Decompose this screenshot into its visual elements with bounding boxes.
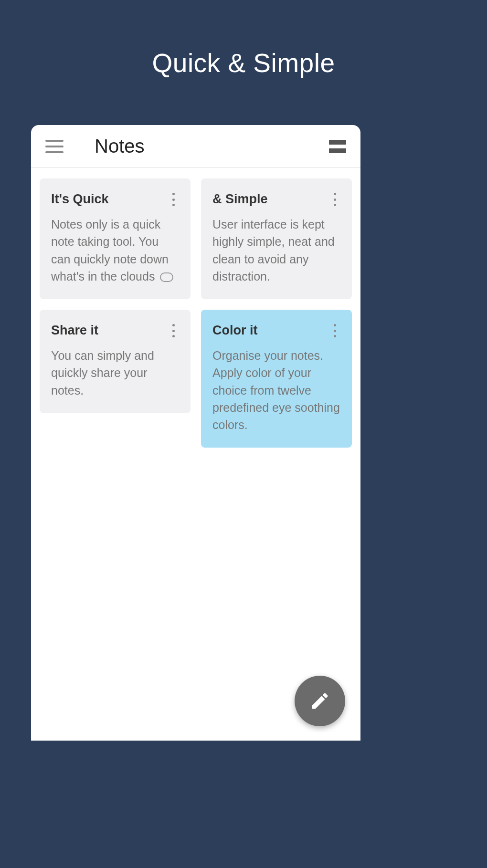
notes-column-left: It's Quick Notes only is a quick note ta… — [40, 178, 191, 448]
more-vertical-icon[interactable] — [168, 323, 179, 338]
note-card[interactable]: Color it Organise your notes. Apply colo… — [201, 310, 352, 448]
notes-column-right: & Simple User interface is kept highly s… — [201, 178, 352, 448]
more-vertical-icon[interactable] — [168, 192, 179, 207]
note-title: Color it — [212, 323, 258, 338]
app-title: Notes — [95, 136, 145, 157]
app-body: It's Quick Notes only is a quick note ta… — [31, 168, 360, 741]
app-screen: Notes It's Quick Notes only is a quick n… — [31, 125, 360, 741]
note-card[interactable]: Share it You can simply and quickly shar… — [40, 310, 191, 413]
more-vertical-icon[interactable] — [329, 192, 340, 207]
app-header: Notes — [31, 125, 360, 168]
pencil-icon — [309, 690, 330, 711]
note-title: & Simple — [212, 192, 268, 207]
view-toggle-icon[interactable] — [329, 140, 346, 153]
cloud-icon — [160, 272, 173, 282]
more-vertical-icon[interactable] — [329, 323, 340, 338]
note-body: Notes only is a quick note taking tool. … — [51, 216, 179, 285]
note-title: Share it — [51, 323, 98, 338]
hamburger-menu-icon[interactable] — [45, 140, 64, 153]
note-title: It's Quick — [51, 192, 108, 207]
promo-title: Quick & Simple — [0, 0, 487, 78]
note-card[interactable]: & Simple User interface is kept highly s… — [201, 178, 352, 299]
note-card[interactable]: It's Quick Notes only is a quick note ta… — [40, 178, 191, 299]
note-body: You can simply and quickly share your no… — [51, 347, 179, 399]
note-body: Organise your notes. Apply color of your… — [212, 347, 340, 433]
compose-fab-button[interactable] — [295, 676, 345, 726]
note-body: User interface is kept highly simple, ne… — [212, 216, 340, 285]
notes-grid: It's Quick Notes only is a quick note ta… — [31, 168, 360, 458]
